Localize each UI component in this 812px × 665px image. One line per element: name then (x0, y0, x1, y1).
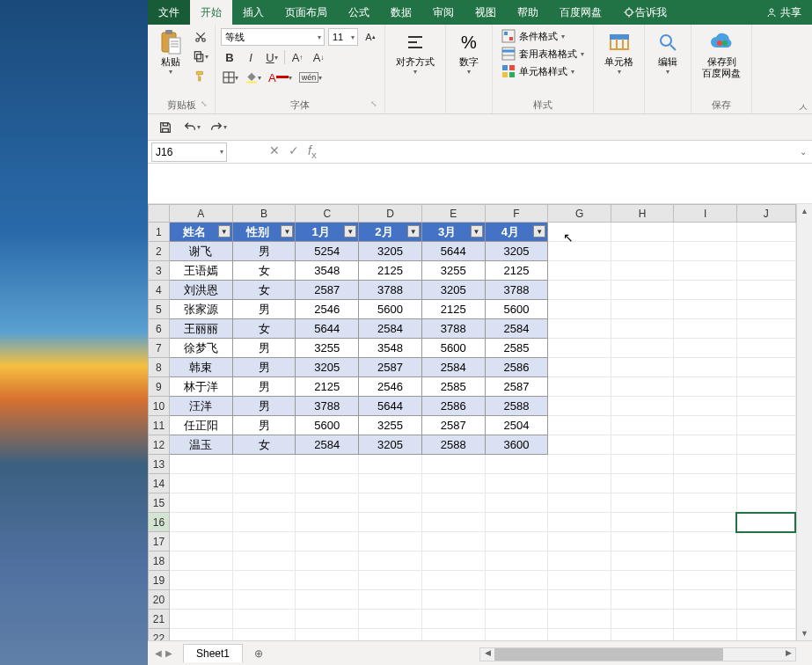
table-cell[interactable]: 3205 (296, 358, 359, 377)
table-cell[interactable]: 3600 (485, 435, 548, 455)
edit-button[interactable]: 编辑 ▾ (650, 28, 685, 77)
table-cell[interactable]: 2587 (359, 358, 422, 377)
row-header[interactable]: 19 (149, 571, 170, 590)
cell[interactable] (232, 455, 296, 474)
filter-dropdown-icon[interactable]: ▼ (344, 225, 356, 238)
table-cell[interactable]: 2586 (421, 397, 485, 416)
cell[interactable] (359, 455, 422, 474)
cell[interactable] (674, 416, 737, 435)
save-button[interactable] (155, 117, 176, 138)
cell[interactable] (736, 590, 795, 610)
cell[interactable] (421, 532, 485, 552)
cell[interactable] (169, 590, 232, 610)
tab-baidu[interactable]: 百度网盘 (549, 0, 612, 25)
row-header[interactable]: 3 (149, 261, 170, 281)
table-cell[interactable]: 2125 (485, 261, 548, 281)
table-cell[interactable]: 5644 (359, 397, 422, 416)
cell[interactable] (736, 493, 795, 513)
cell[interactable] (611, 242, 674, 261)
cell[interactable] (548, 358, 611, 377)
cell[interactable] (736, 435, 795, 455)
cell[interactable] (548, 397, 611, 416)
cell[interactable] (736, 339, 795, 358)
table-cell[interactable]: 5254 (296, 242, 359, 261)
cell[interactable] (169, 571, 232, 590)
table-cell[interactable]: 女 (232, 261, 296, 281)
table-cell[interactable]: 3255 (359, 416, 422, 435)
cell[interactable] (736, 532, 795, 552)
increase-font-a-button[interactable]: A↑ (289, 48, 306, 66)
cell[interactable] (296, 513, 359, 532)
cell[interactable] (548, 435, 611, 455)
col-header[interactable]: F (485, 205, 548, 223)
horizontal-scrollbar[interactable]: ◀ ▶ (479, 647, 796, 661)
cell[interactable] (169, 474, 232, 493)
paste-button[interactable]: 粘贴 ▾ (153, 28, 188, 77)
cell[interactable] (611, 590, 674, 610)
bold-button[interactable]: B (221, 48, 238, 66)
cell[interactable] (736, 281, 795, 300)
scroll-down-button[interactable]: ▼ (801, 626, 808, 640)
table-cell[interactable]: 任正阳 (169, 416, 232, 435)
col-header[interactable]: I (674, 205, 737, 223)
cell[interactable] (232, 493, 296, 513)
cell[interactable] (296, 629, 359, 641)
sheet-nav-prev[interactable]: ◀ (155, 648, 162, 658)
cell[interactable] (548, 493, 611, 513)
cell[interactable] (421, 474, 485, 493)
conditional-format-button[interactable]: 条件格式▾ (498, 28, 588, 44)
cell[interactable] (548, 552, 611, 571)
cell[interactable] (674, 552, 737, 571)
table-cell[interactable]: 男 (232, 416, 296, 435)
cell[interactable] (169, 610, 232, 629)
cell[interactable] (359, 610, 422, 629)
cell[interactable] (296, 474, 359, 493)
row-header[interactable]: 12 (149, 435, 170, 455)
decrease-font-a-button[interactable]: A↓ (310, 48, 327, 66)
cell[interactable] (485, 610, 548, 629)
cell[interactable] (359, 493, 422, 513)
cell[interactable] (736, 377, 795, 397)
spreadsheet-grid[interactable]: ABCDEFGHIJ1姓名▼性别▼1月▼2月▼3月▼4月▼2谢飞男5254320… (148, 204, 812, 640)
cell[interactable] (736, 319, 795, 339)
row-header[interactable]: 11 (149, 416, 170, 435)
format-painter-button[interactable] (192, 67, 209, 84)
table-header-cell[interactable]: 1月▼ (296, 223, 359, 242)
underline-button[interactable]: U▾ (263, 48, 281, 66)
cell[interactable] (736, 223, 795, 242)
cell[interactable] (611, 474, 674, 493)
row-header[interactable]: 7 (149, 339, 170, 358)
table-cell[interactable]: 谢飞 (169, 242, 232, 261)
cell[interactable] (611, 629, 674, 641)
cell[interactable] (359, 571, 422, 590)
table-cell[interactable]: 韩束 (169, 358, 232, 377)
cell[interactable] (736, 261, 795, 281)
tab-file[interactable]: 文件 (148, 0, 190, 25)
row-header[interactable]: 14 (149, 474, 170, 493)
filter-dropdown-icon[interactable]: ▼ (471, 225, 483, 238)
cell[interactable] (169, 455, 232, 474)
copy-button[interactable]: ▾ (192, 48, 209, 65)
tab-review[interactable]: 审阅 (422, 0, 465, 25)
font-name-combo[interactable]: 等线 (221, 28, 325, 46)
cell[interactable] (674, 377, 737, 397)
cell[interactable] (296, 552, 359, 571)
cell[interactable] (548, 610, 611, 629)
filter-dropdown-icon[interactable]: ▼ (407, 225, 420, 238)
row-header[interactable]: 5 (149, 300, 170, 319)
cell[interactable] (736, 358, 795, 377)
row-header[interactable]: 21 (149, 610, 170, 629)
table-cell[interactable]: 5600 (421, 339, 485, 358)
increase-font-button[interactable]: A▴ (362, 28, 379, 46)
cell[interactable] (548, 416, 611, 435)
cell[interactable] (548, 590, 611, 610)
table-cell[interactable]: 3205 (359, 435, 422, 455)
table-cell[interactable]: 3548 (296, 261, 359, 281)
cell[interactable] (548, 532, 611, 552)
cell[interactable] (736, 300, 795, 319)
cell[interactable] (674, 455, 737, 474)
cell[interactable] (548, 319, 611, 339)
table-cell[interactable]: 2587 (421, 416, 485, 435)
cell[interactable] (548, 261, 611, 281)
cell[interactable] (548, 377, 611, 397)
